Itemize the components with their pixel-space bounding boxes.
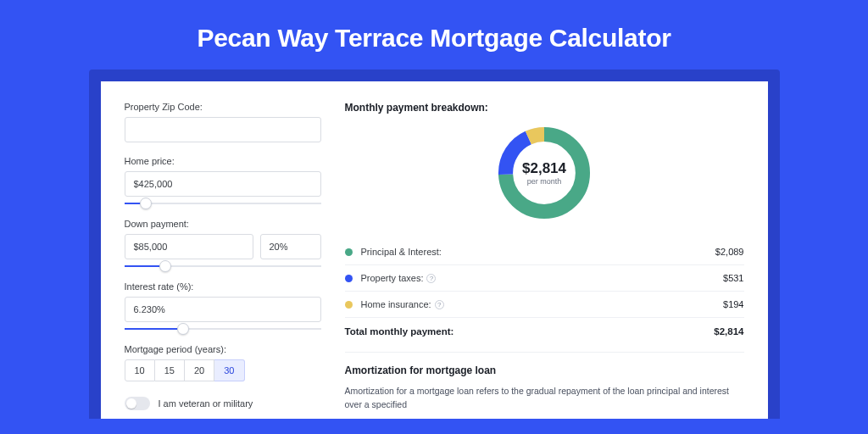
rate-slider[interactable]	[125, 326, 321, 332]
breakdown-column: Monthly payment breakdown: $2,814 per mo…	[345, 102, 744, 412]
legend-label: Principal & Interest:	[361, 247, 442, 257]
legend-label: Home insurance:	[361, 299, 431, 309]
legend-value: $2,089	[715, 247, 744, 257]
info-icon[interactable]: ?	[435, 300, 444, 309]
period-btn-10[interactable]: 10	[125, 359, 155, 381]
down-payment-field: Down payment:	[125, 219, 321, 259]
amort-title: Amortization for mortgage loan	[345, 364, 744, 376]
donut-sub: per month	[527, 177, 562, 186]
slider-thumb[interactable]	[140, 198, 152, 209]
legend-dot	[345, 275, 353, 282]
period-btn-30[interactable]: 30	[214, 359, 244, 381]
amortization-section: Amortization for mortgage loan Amortizat…	[345, 352, 744, 412]
period-label: Mortgage period (years):	[125, 344, 321, 354]
down-payment-pct-input[interactable]	[260, 234, 321, 259]
legend: Principal & Interest:$2,089Property taxe…	[345, 239, 744, 317]
rate-input[interactable]	[125, 297, 321, 322]
period-group: 10152030	[125, 359, 321, 381]
legend-row: Principal & Interest:$2,089	[345, 239, 744, 265]
total-label: Total monthly payment:	[345, 326, 454, 337]
zip-label: Property Zip Code:	[125, 102, 321, 112]
amort-text: Amortization for a mortgage loan refers …	[345, 385, 744, 412]
home-price-field: Home price:	[125, 156, 321, 197]
down-payment-input[interactable]	[125, 234, 253, 259]
down-payment-label: Down payment:	[125, 219, 321, 229]
calculator-panel: Property Zip Code: Home price: Down paym…	[101, 81, 768, 419]
donut-chart: $2,814 per month	[345, 122, 744, 224]
form-column: Property Zip Code: Home price: Down paym…	[125, 102, 321, 412]
page-title: Pecan Way Terrace Mortgage Calculator	[0, 24, 868, 53]
total-row: Total monthly payment: $2,814	[345, 317, 744, 347]
total-value: $2,814	[714, 326, 743, 337]
down-payment-slider[interactable]	[125, 263, 321, 270]
info-icon[interactable]: ?	[426, 274, 436, 283]
home-price-input[interactable]	[125, 171, 321, 197]
legend-row: Property taxes:?$531	[345, 265, 744, 292]
veteran-toggle[interactable]	[125, 397, 150, 410]
rate-label: Interest rate (%):	[125, 281, 321, 292]
legend-value: $531	[723, 273, 743, 283]
legend-value: $194	[723, 299, 743, 309]
period-btn-20[interactable]: 20	[185, 359, 214, 381]
veteran-row: I am veteran or military	[125, 397, 321, 410]
breakdown-title: Monthly payment breakdown:	[345, 102, 744, 114]
slider-thumb[interactable]	[177, 323, 189, 335]
zip-input[interactable]	[125, 117, 321, 142]
calculator-frame: Property Zip Code: Home price: Down paym…	[89, 70, 780, 419]
rate-field: Interest rate (%):	[125, 281, 321, 322]
home-price-label: Home price:	[125, 156, 321, 166]
home-price-slider[interactable]	[125, 200, 321, 207]
zip-field: Property Zip Code:	[125, 102, 321, 142]
period-field: Mortgage period (years): 10152030	[125, 344, 321, 381]
legend-label: Property taxes:	[361, 273, 424, 283]
veteran-label: I am veteran or military	[159, 398, 253, 409]
donut-amount: $2,814	[522, 160, 566, 177]
slider-thumb[interactable]	[159, 260, 171, 272]
legend-row: Home insurance:?$194	[345, 292, 744, 317]
period-btn-15[interactable]: 15	[155, 359, 185, 381]
legend-dot	[345, 248, 353, 256]
legend-dot	[345, 301, 353, 309]
